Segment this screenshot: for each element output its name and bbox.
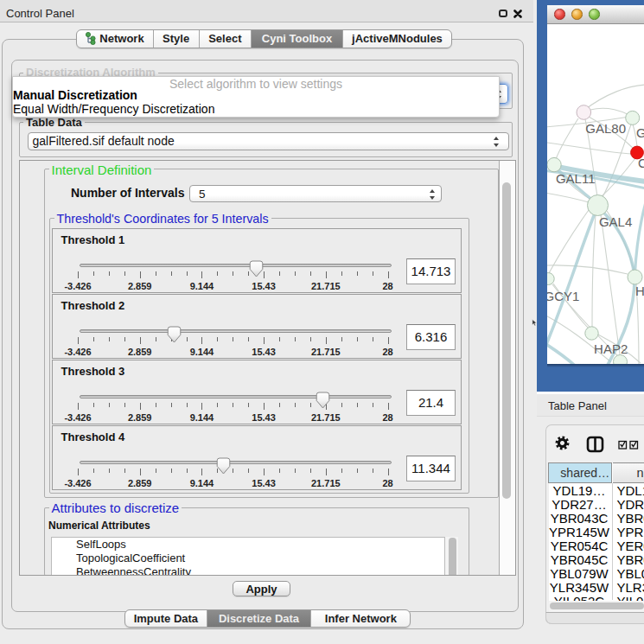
svg-text:GCY1: GCY1 (547, 288, 579, 303)
svg-text:GA: GA (636, 125, 644, 140)
svg-text:H: H (635, 283, 644, 297)
svg-text:GAL80: GAL80 (585, 120, 626, 135)
svg-text:GAL11: GAL11 (555, 170, 595, 185)
svg-text:HAP2: HAP2 (594, 341, 628, 355)
svg-text:C: C (638, 156, 644, 170)
svg-text:GAL4: GAL4 (598, 214, 631, 228)
